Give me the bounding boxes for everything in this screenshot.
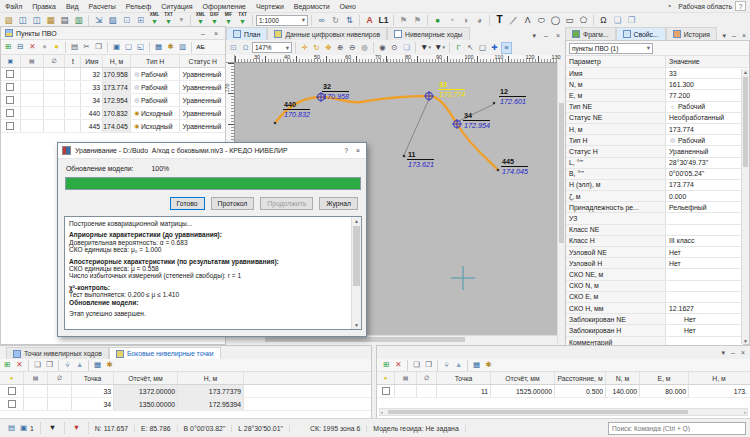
status-col-header[interactable]: Статус Н <box>180 55 225 67</box>
log-scrollbar[interactable]: ▲▼ <box>351 217 361 329</box>
free-zoom-icon[interactable]: Ω <box>240 42 251 54</box>
add-row-icon[interactable]: ⊞ <box>3 41 14 53</box>
point-label-440[interactable]: 440170.832 <box>283 101 310 119</box>
br-minimize-icon[interactable]: – <box>728 349 738 356</box>
br-hscrollbar[interactable]: ‹ › <box>379 408 748 416</box>
find-point-icon[interactable]: ◉ <box>377 42 388 54</box>
point-label-11[interactable]: 11173.621 <box>407 151 434 169</box>
pin-icon[interactable]: ▪ <box>664 0 675 12</box>
panel-close-icon[interactable]: × <box>211 30 221 37</box>
tab-side-points[interactable]: Боковые нивелирные точки <box>109 347 221 359</box>
property-row[interactable]: Заблокирован NEНет <box>566 314 749 325</box>
table-icon[interactable]: ▦ <box>471 359 482 371</box>
br-close-icon[interactable]: × <box>738 349 748 356</box>
h-col-header[interactable]: Н, м <box>103 55 131 67</box>
select-h-icon[interactable]: ◱ <box>135 41 146 53</box>
property-row[interactable]: Тип NE○Рабочий <box>566 102 749 113</box>
l1-label-icon[interactable]: L1 <box>377 14 390 26</box>
save-project-icon[interactable]: ▦ <box>44 14 57 26</box>
dialog-close-icon[interactable]: × <box>356 147 360 154</box>
property-row[interactable]: Класс НIII класс <box>566 236 749 247</box>
journal-button[interactable]: Журнал <box>319 197 358 210</box>
zoom-in-icon[interactable]: ⊕ <box>335 42 346 54</box>
right-menu-icon[interactable]: ▾ <box>719 32 729 40</box>
zoom-combo[interactable]: 147%▾ <box>252 42 292 53</box>
print-area-icon[interactable]: ❏ <box>401 42 412 54</box>
property-row[interactable]: СКО E, м <box>566 292 749 303</box>
panel-minimize-icon[interactable]: – <box>198 30 208 37</box>
rect-tool-icon[interactable]: ▭ <box>563 14 576 26</box>
scroll-right-icon[interactable]: › <box>744 409 746 415</box>
property-row[interactable]: УЗ <box>566 213 749 224</box>
refresh-icon[interactable]: ↻ <box>329 14 342 26</box>
object-filter-combo[interactable]: пункты ПВО (1)▾ <box>569 43 653 54</box>
find-next-icon[interactable]: ⩒ <box>62 359 73 371</box>
side-point-row[interactable]: 33 1372.00000 173.77379 <box>0 385 371 398</box>
e-col-header[interactable]: E, м <box>640 372 689 384</box>
import-frame-icon[interactable]: ⊡ <box>120 14 133 26</box>
properties-scrollbar[interactable]: ▲▼ <box>741 69 749 344</box>
point-label-12[interactable]: 12172.601 <box>499 88 526 106</box>
point-row[interactable]: 33 173.774 ◎Рабочий Уравненный <box>1 81 225 94</box>
point-names-icon[interactable]: A <box>363 14 376 26</box>
row-checkbox[interactable] <box>6 109 14 117</box>
point-col-header[interactable]: Точка <box>72 372 114 384</box>
copy-icon[interactable]: ❏ <box>411 359 422 371</box>
property-row[interactable]: СКО N, м <box>566 281 749 292</box>
snap-corner-icon[interactable]: Γ <box>453 42 464 54</box>
move-icon[interactable]: ✥ <box>323 42 334 54</box>
copy-icon[interactable]: ❏ <box>32 359 43 371</box>
delete-row-icon[interactable]: ✕ <box>14 359 25 371</box>
property-row[interactable]: Принадлежность ре...Рельефный <box>566 202 749 213</box>
geoid-model[interactable]: Модель геоида: Не задана <box>367 425 465 432</box>
type-col-header[interactable]: Тип Н <box>131 55 181 67</box>
help-icon[interactable]: ? <box>735 1 746 11</box>
zoom-out-icon[interactable]: ⊖ <box>347 42 358 54</box>
snap-cursor-icon[interactable]: ↖ <box>465 42 476 54</box>
circle-q3-icon[interactable]: ◕ <box>473 14 486 26</box>
menu-drawings[interactable]: Чертежи <box>251 2 289 11</box>
text-tool-icon[interactable]: T <box>493 14 506 26</box>
menu-file[interactable]: Файл <box>0 2 27 11</box>
select-n-icon[interactable]: ▣ <box>111 41 122 53</box>
tab-plan[interactable]: План <box>226 27 267 40</box>
right-close-icon[interactable]: × <box>739 32 749 40</box>
copy-icon[interactable]: ❐ <box>93 41 104 53</box>
side-point-row[interactable]: 34 1350.00000 172.95394 <box>0 398 371 411</box>
menu-situation[interactable]: Ситуация <box>156 2 197 11</box>
image2-icon[interactable]: ❐ <box>625 14 638 26</box>
property-row[interactable]: Имя33 <box>566 68 749 79</box>
point-row[interactable]: 440 170.832 ◉Исходный Уравненный <box>1 107 225 120</box>
menu-reports[interactable]: Ведомости <box>289 2 335 11</box>
row-checkbox[interactable] <box>8 400 16 408</box>
property-row[interactable]: E, м77.200 <box>566 90 749 101</box>
line-tool-icon[interactable]: ／ <box>507 14 520 26</box>
filter-black-icon[interactable]: ▼ <box>47 422 58 434</box>
property-row[interactable]: B, °'"0°00'05.24" <box>566 169 749 180</box>
circle-tool-icon[interactable]: ◯ <box>549 14 562 26</box>
cut-icon[interactable]: ✂ <box>81 41 92 53</box>
rotate-icon[interactable]: ↻ <box>311 42 322 54</box>
row-checkbox[interactable] <box>6 83 14 91</box>
insert-row-icon[interactable]: ⊟ <box>15 41 26 53</box>
import-project-icon[interactable]: ⇲ <box>92 14 105 26</box>
tab-leveling-runs[interactable]: Нивелирные ходы <box>387 27 469 40</box>
table-icon[interactable]: ▦ <box>92 359 103 371</box>
select-e-icon[interactable]: ▢ <box>123 41 134 53</box>
workspace-selector[interactable]: Рабочая область <box>678 3 732 10</box>
command-search-input[interactable] <box>608 422 746 435</box>
circle-half-icon[interactable]: ◑ <box>459 14 472 26</box>
point-col-header[interactable]: Точка <box>437 372 491 384</box>
open-icon[interactable]: ▨ <box>2 14 15 26</box>
sort-icon[interactable]: ⇅ <box>343 14 356 26</box>
measured-point-row[interactable]: 11 1525.00000 0.500 140.000 80.000 173. <box>377 385 750 398</box>
save-all-icon[interactable]: ◫ <box>30 14 43 26</box>
property-row[interactable]: Заблокирован ННет <box>566 325 749 336</box>
lock-icon[interactable]: ≡ <box>501 42 512 54</box>
export-dxf-icon[interactable]: DXF▼ <box>208 14 221 26</box>
menu-decoration[interactable]: Оформление <box>198 2 251 11</box>
plan-close-icon[interactable]: × <box>553 32 563 40</box>
glasses-icon[interactable]: ∞ <box>315 14 328 26</box>
pan-icon[interactable]: ✛ <box>299 42 310 54</box>
table-icon[interactable]: ▦ <box>153 41 164 53</box>
